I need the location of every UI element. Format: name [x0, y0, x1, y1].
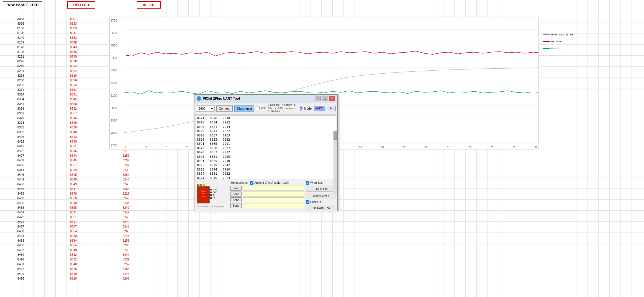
macro-input-3[interactable] — [243, 197, 304, 202]
uart-scrollbar[interactable] — [333, 131, 337, 195]
macro-send-btn-4[interactable]: Send — [230, 203, 242, 208]
macro-send-btn-3[interactable]: Send — [230, 197, 242, 202]
macro-input-1[interactable] — [243, 186, 304, 191]
log-to-file-btn[interactable]: Log to File — [306, 186, 336, 192]
uart-title-controls[interactable]: − □ ✕ — [315, 96, 335, 101]
uart-bottom-section: Target UART Circuit VDD GND TX RX Connec… — [194, 180, 337, 212]
x-axis-label: 25 — [381, 146, 384, 149]
svg-text:Target: Target — [201, 190, 206, 192]
red-data-value: 8552 — [70, 106, 77, 111]
uart-col3: 7932 — [223, 138, 230, 142]
uart-data-row: 802280797942 — [197, 163, 335, 167]
red-data-value: 8540 — [70, 191, 77, 196]
raw-data-value: 8490 — [17, 257, 24, 262]
uart-col1: 8021 — [197, 142, 204, 146]
ir-data-value: 8249 — [123, 210, 129, 215]
svg-point-24 — [200, 184, 202, 186]
uart-help-btn[interactable]: ? — [300, 106, 302, 111]
red-data-value: 8549 — [70, 182, 77, 187]
uart-minimize-btn[interactable]: − — [315, 96, 321, 101]
raw-data-value: 8453 — [17, 182, 24, 187]
raw-data-value: 8485 — [17, 243, 24, 248]
uart-col3: 7901 — [223, 142, 230, 146]
uart-col3: 7922 — [223, 129, 230, 133]
uart-restore-btn[interactable]: □ — [322, 96, 328, 101]
red-data-value: 8536 — [70, 149, 77, 153]
svg-rect-11 — [197, 187, 209, 203]
uart-hex-btn[interactable]: Hex — [327, 106, 336, 111]
x-axis-label: 27 — [403, 146, 406, 149]
ir-led-label: IR LED — [137, 1, 161, 9]
raw-data-value: 8436 — [17, 163, 24, 167]
svg-text:RX: RX — [213, 197, 215, 199]
ir-data-value: 8234 — [123, 201, 129, 205]
exit-uart-btn[interactable]: Exit UART Tool — [306, 205, 336, 211]
x-axis-label: 23 — [359, 146, 362, 149]
echo-on-input[interactable] — [306, 200, 309, 204]
y-axis-label: 8300 — [111, 69, 122, 72]
raw-data-value: 8483 — [17, 238, 24, 243]
red-data-value: 8554 — [70, 229, 77, 234]
raw-data-value: 8353 — [17, 106, 24, 111]
macro-send-btn-1[interactable]: Send — [230, 186, 242, 191]
macro-input-4[interactable] — [243, 203, 304, 208]
echo-on-checkbox[interactable]: Echo On — [306, 200, 336, 204]
uart-title-icon — [197, 96, 201, 101]
uart-col3: 7952 — [223, 172, 230, 176]
vdd-check-input[interactable] — [256, 107, 260, 110]
uart-col1: 8020 — [197, 138, 204, 142]
uart-close-btn[interactable]: ✕ — [329, 96, 335, 101]
uart-ascii-btn[interactable]: ASCII — [314, 106, 325, 111]
uart-scrollbar-thumb[interactable] — [333, 131, 337, 140]
disconnect-btn[interactable]: Disconnect — [234, 105, 254, 112]
append-crlf-checkbox[interactable]: Append CR+LF (x0D + x0A) — [250, 181, 289, 185]
uart-data-row: 802080537932 — [197, 138, 335, 142]
raw-data-value: 8226 — [17, 59, 24, 64]
wrap-text-checkbox[interactable]: Wrap Text — [306, 181, 336, 185]
macro-input-2[interactable] — [243, 192, 304, 197]
red-data-value: 8539 — [70, 125, 77, 130]
uart-data-area[interactable]: 8021807879188020803479128020805179148020… — [196, 115, 336, 179]
ir-data-value: 8259 — [123, 172, 129, 177]
uart-col1: 8024 — [197, 176, 204, 179]
red-data-value: 8546 — [70, 116, 77, 120]
red-data-value: 8558 — [70, 205, 77, 210]
uart-col3: 7925 — [223, 155, 230, 159]
raw-data-value: 8441 — [17, 168, 24, 172]
red-data-value: 8557 — [70, 163, 77, 167]
raw-data-value: 8392 — [17, 130, 24, 135]
red-data-value: 8550 — [70, 196, 77, 201]
append-crlf-input[interactable] — [250, 181, 253, 185]
ir-data-value: 8263 — [123, 187, 129, 191]
ir-data-value: 8249 — [123, 205, 129, 210]
raw-data-value: 8334 — [17, 97, 24, 102]
red-data-value: 8541 — [70, 31, 77, 35]
clear-screen-btn[interactable]: Clear Screen — [306, 193, 336, 199]
connect-btn[interactable]: Connect — [216, 105, 233, 112]
red-data-value: 8543 — [70, 135, 77, 139]
vdd-checkbox[interactable]: VDD — [256, 107, 266, 110]
uart-col3: 7914 — [223, 125, 230, 129]
ir-data-value: 8249 — [123, 196, 129, 201]
red-data-value: 8535 — [70, 50, 77, 54]
raw-data-value: 8370 — [17, 116, 24, 120]
ir-data-value: 8249 — [123, 219, 129, 224]
macro-send-btn-2[interactable]: Send — [230, 192, 242, 197]
svg-text:Connect PICkit 2 VDD & target : Connect PICkit 2 VDD & target VDD. — [197, 206, 224, 208]
y-axis-label: 7800 — [111, 131, 122, 135]
uart-window: PICkit 2Plus UART Tool − □ ✕ 9600 19200 … — [194, 94, 338, 210]
uart-col2: 8043 — [210, 129, 217, 133]
red-data-value: 8541 — [70, 219, 77, 224]
x-axis-label: 39 — [535, 146, 537, 149]
baud-rate-select[interactable]: 9600 19200 38400 57600 115200 — [196, 105, 215, 112]
macro-row-2: Send — [230, 192, 304, 197]
red-data-value: 8551 — [70, 17, 77, 21]
wrap-text-input[interactable] — [306, 181, 309, 185]
uart-col3: 7922 — [223, 150, 230, 154]
uart-col1: 8020 — [197, 129, 204, 133]
uart-data-row: 802180657918 — [197, 159, 335, 163]
red-data-value: 8548 — [70, 130, 77, 135]
raw-data-value: 8254 — [17, 69, 24, 73]
ir-data-value: 8268 — [123, 229, 129, 234]
legend-raw: RAW PASS FILTER — [543, 33, 573, 36]
